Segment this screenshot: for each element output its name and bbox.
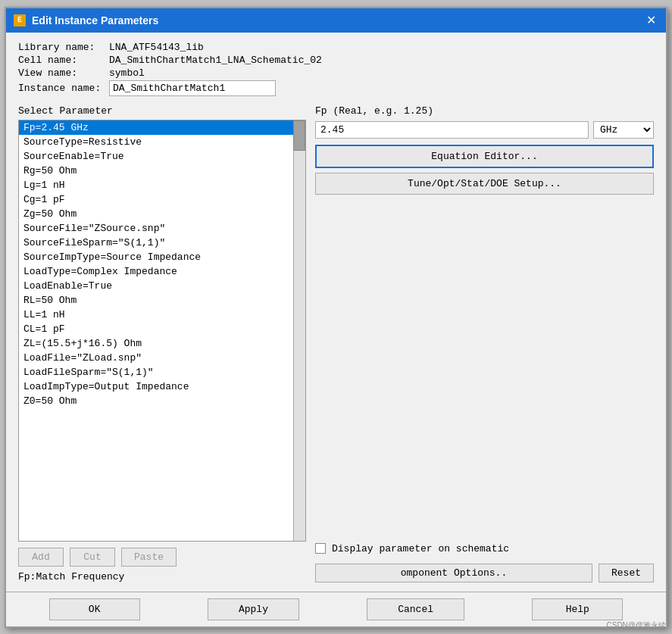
display-param-checkbox[interactable] <box>315 543 326 554</box>
paste-button[interactable]: Paste <box>121 548 177 567</box>
footer: OK Apply Cancel Help <box>6 592 666 626</box>
list-item[interactable]: LoadImpType=Output Impedance <box>19 379 305 394</box>
unit-select[interactable]: GHzMHzkHzHz <box>593 121 654 139</box>
left-panel: Select Parameter Fp=2.45 GHzSourceType=R… <box>18 105 306 582</box>
bottom-buttons-row: omponent Options.. Reset <box>315 564 654 582</box>
cut-button[interactable]: Cut <box>70 548 115 567</box>
cell-row: Cell name: DA_SmithChartMatch1_LNA_Schem… <box>18 55 654 66</box>
list-item[interactable]: LoadEnable=True <box>19 279 305 293</box>
equation-editor-button[interactable]: Equation Editor... <box>315 145 654 168</box>
list-item[interactable]: SourceImpType=Source Impedance <box>19 250 305 264</box>
instance-row: Instance name: <box>18 80 654 96</box>
view-value: symbol <box>109 67 145 79</box>
select-parameter-label: Select Parameter <box>18 105 306 117</box>
list-item[interactable]: Rg=50 Ohm <box>19 164 305 178</box>
list-item[interactable]: Zg=50 Ohm <box>19 207 305 221</box>
info-section: Library name: LNA_ATF54143_lib Cell name… <box>18 42 654 98</box>
app-icon: E <box>14 14 26 27</box>
dialog-title: Edit Instance Parameters <box>32 14 158 27</box>
value-input[interactable] <box>315 121 589 139</box>
add-button[interactable]: Add <box>18 548 64 567</box>
edit-instance-dialog: E Edit Instance Parameters ✕ Library nam… <box>5 7 667 628</box>
cancel-button[interactable]: Cancel <box>367 598 464 620</box>
close-button[interactable]: ✕ <box>643 13 658 28</box>
title-bar-left: E Edit Instance Parameters <box>14 14 158 27</box>
parameter-list-container[interactable]: Fp=2.45 GHzSourceType=ResistiveSourceEna… <box>18 120 306 542</box>
list-item[interactable]: ZL=(15.5+j*16.5) Ohm <box>19 336 305 351</box>
dialog-body: Library name: LNA_ATF54143_lib Cell name… <box>6 33 666 592</box>
title-bar: E Edit Instance Parameters ✕ <box>6 8 666 33</box>
list-item[interactable]: SourceFile="ZSource.snp" <box>19 221 305 236</box>
library-row: Library name: LNA_ATF54143_lib <box>18 42 654 53</box>
reset-button[interactable]: Reset <box>599 564 654 582</box>
left-buttons: Add Cut Paste <box>18 548 306 567</box>
list-item[interactable]: CL=1 pF <box>19 322 305 336</box>
list-item[interactable]: SourceType=Resistive <box>19 135 305 149</box>
component-options-button[interactable]: omponent Options.. <box>315 564 592 582</box>
display-param-label: Display parameter on schematic <box>332 543 509 554</box>
list-item[interactable]: SourceEnable=True <box>19 149 305 164</box>
watermark: CSDN@儒雅永续 <box>607 620 667 631</box>
display-param-row: Display parameter on schematic <box>315 543 654 554</box>
instance-name-input[interactable] <box>109 80 276 96</box>
scrollbar-thumb[interactable] <box>293 120 305 151</box>
list-item[interactable]: Z0=50 Ohm <box>19 394 305 408</box>
right-panel: Fp (Real, e.g. 1.25) GHzMHzkHzHz Equatio… <box>315 105 654 582</box>
list-item[interactable]: LL=1 nH <box>19 308 305 322</box>
list-item[interactable]: LoadFile="ZLoad.snp" <box>19 351 305 365</box>
list-item[interactable]: RL=50 Ohm <box>19 293 305 308</box>
library-label: Library name: <box>18 42 109 53</box>
spacer <box>315 199 654 543</box>
ok-button[interactable]: OK <box>49 598 140 620</box>
view-label: View name: <box>18 67 109 79</box>
apply-button[interactable]: Apply <box>208 598 299 620</box>
main-area: Select Parameter Fp=2.45 GHzSourceType=R… <box>18 105 654 582</box>
view-row: View name: symbol <box>18 67 654 79</box>
list-item[interactable]: LoadType=Complex Impedance <box>19 264 305 279</box>
scrollbar-track[interactable] <box>293 120 305 541</box>
library-value: LNA_ATF54143_lib <box>109 42 204 53</box>
cell-value: DA_SmithChartMatch1_LNA_Schematic_02 <box>109 55 322 66</box>
parameter-list: Fp=2.45 GHzSourceType=ResistiveSourceEna… <box>19 120 305 408</box>
status-text: Fp:Match Frequency <box>18 571 306 582</box>
tune-opt-button[interactable]: Tune/Opt/Stat/DOE Setup... <box>315 173 654 195</box>
fp-description-label: Fp (Real, e.g. 1.25) <box>315 105 654 117</box>
value-row: GHzMHzkHzHz <box>315 121 654 139</box>
instance-label: Instance name: <box>18 83 109 94</box>
list-item[interactable]: LoadFileSparm="S(1,1)" <box>19 365 305 379</box>
list-item[interactable]: Fp=2.45 GHz <box>19 120 305 135</box>
help-button[interactable]: Help <box>532 598 623 620</box>
list-item[interactable]: Cg=1 pF <box>19 192 305 207</box>
list-item[interactable]: Lg=1 nH <box>19 178 305 192</box>
cell-label: Cell name: <box>18 55 109 66</box>
list-item[interactable]: SourceFileSparm="S(1,1)" <box>19 236 305 250</box>
